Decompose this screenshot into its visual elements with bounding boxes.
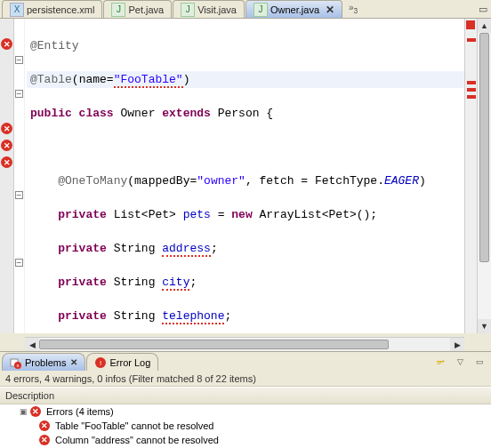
- table-row[interactable]: ✕ Column "address" cannot be resolved: [0, 433, 491, 447]
- overview-ruler[interactable]: [464, 19, 477, 333]
- fold-gutter: − − − −: [14, 19, 25, 333]
- scrollbar-horizontal[interactable]: ◀ ▶: [25, 337, 464, 351]
- problem-text: Column "address" cannot be resolved: [52, 435, 219, 445]
- java-file-icon: J: [181, 3, 195, 17]
- tab-error-log[interactable]: ! Error Log: [86, 353, 158, 371]
- problems-icon: x: [10, 356, 22, 369]
- error-marker-icon[interactable]: ✕: [1, 38, 12, 50]
- code-text-area[interactable]: @Entity @Table(name="FooTable") public c…: [25, 19, 464, 333]
- scrollbar-vertical[interactable]: ▲ ▼: [477, 19, 491, 333]
- filter-icon[interactable]: ⭈: [432, 355, 448, 369]
- view-menu-icon[interactable]: ▽: [452, 355, 468, 369]
- problems-tree[interactable]: ▣ ✕ Errors (4 items) ✕ Table "FooTable" …: [0, 404, 491, 448]
- tab-owner[interactable]: J Owner.java ✕: [246, 0, 342, 18]
- table-row[interactable]: ▣ ✕ Errors (4 items): [0, 404, 491, 419]
- error-marker-icon[interactable]: ✕: [1, 156, 12, 168]
- close-icon[interactable]: ✕: [70, 357, 77, 367]
- fold-toggle-icon[interactable]: −: [15, 191, 23, 199]
- problems-status: 4 errors, 4 warnings, 0 infos (Filter ma…: [0, 372, 491, 387]
- tab-label: persistence.xml: [27, 4, 94, 15]
- java-file-icon: J: [254, 3, 268, 17]
- minimize-icon[interactable]: ▭: [471, 355, 487, 369]
- scroll-up-icon[interactable]: ▲: [478, 19, 491, 33]
- xml-file-icon: X: [10, 3, 24, 17]
- svg-text:!: !: [100, 359, 101, 367]
- tab-label: Pet.java: [128, 4, 164, 15]
- tab-pet[interactable]: J Pet.java: [103, 0, 172, 18]
- error-marker-icon[interactable]: ✕: [1, 123, 12, 134]
- problem-text: Table "FooTable" cannot be resolved: [52, 420, 213, 431]
- error-marker-icon[interactable]: ✕: [1, 140, 12, 151]
- svg-text:x: x: [17, 363, 20, 368]
- group-label: Errors (4 items): [43, 406, 114, 417]
- scroll-down-icon[interactable]: ▼: [478, 319, 491, 333]
- problems-tab-bar: x Problems ✕ ! Error Log ⭈ ▽ ▭: [0, 352, 491, 372]
- tab-persistence[interactable]: X persistence.xml: [2, 0, 102, 18]
- error-icon: ✕: [39, 420, 50, 431]
- tab-label: Owner.java: [270, 4, 319, 15]
- error-summary-icon: [466, 20, 475, 29]
- marker-gutter: ✕ ✕ ✕ ✕: [0, 19, 14, 333]
- fold-toggle-icon[interactable]: −: [15, 259, 23, 267]
- tab-visit[interactable]: J Visit.java: [173, 0, 245, 18]
- fold-toggle-icon[interactable]: −: [15, 90, 23, 98]
- tab-label: Error Log: [109, 357, 150, 368]
- tab-label: Problems: [25, 357, 66, 368]
- error-icon: ✕: [30, 406, 41, 417]
- error-log-icon: !: [94, 356, 107, 369]
- scroll-left-icon[interactable]: ◀: [25, 338, 39, 352]
- error-icon: ✕: [39, 435, 50, 445]
- expand-toggle-icon[interactable]: ▣: [18, 407, 28, 416]
- maximize-icon[interactable]: ▭: [475, 1, 491, 17]
- code-editor-view: ✕ ✕ ✕ ✕ − − − − @Entity @Table(name="Foo…: [0, 19, 491, 337]
- table-row[interactable]: ✕ Table "FooTable" cannot be resolved: [0, 419, 491, 433]
- problems-pane: x Problems ✕ ! Error Log ⭈ ▽ ▭ 4 errors,…: [0, 351, 491, 448]
- editor-tab-bar: X persistence.xml J Pet.java J Visit.jav…: [0, 0, 491, 19]
- tab-overflow[interactable]: »3: [345, 3, 361, 15]
- tab-problems[interactable]: x Problems ✕: [2, 353, 85, 371]
- tab-label: Visit.java: [197, 4, 237, 15]
- column-header-description[interactable]: Description: [0, 387, 491, 404]
- close-icon[interactable]: ✕: [326, 4, 334, 16]
- fold-toggle-icon[interactable]: −: [15, 56, 23, 64]
- scroll-right-icon[interactable]: ▶: [450, 338, 464, 352]
- java-file-icon: J: [111, 3, 125, 17]
